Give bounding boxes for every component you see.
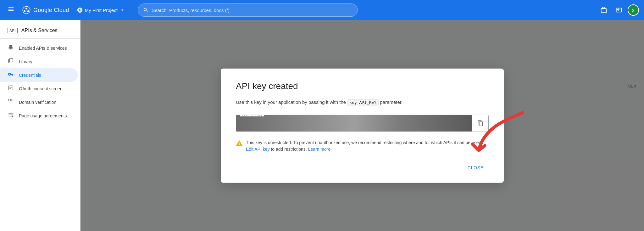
modal-footer: CLOSE	[236, 162, 489, 172]
edit-api-key-link[interactable]: Edit API key	[246, 146, 269, 151]
svg-point-1	[25, 8, 27, 9]
search-input[interactable]	[152, 8, 353, 13]
api-key-section: Your API key	[236, 115, 489, 132]
svg-point-6	[12, 116, 14, 117]
sidebar-item-enabled-apis-label: Enabled APIs & services	[19, 46, 67, 51]
sidebar-item-credentials-label: Credentials	[19, 73, 41, 78]
google-cloud-logo: Google Cloud	[22, 6, 69, 14]
enabled-apis-icon	[8, 44, 14, 52]
gift-icon-btn[interactable]	[597, 4, 610, 16]
warning-suffix: to add restrictions.	[271, 146, 307, 151]
modal-title: API key created	[236, 81, 489, 91]
warning-icon	[236, 139, 243, 149]
code-param: key=API_KEY	[347, 99, 379, 106]
warning-text: This key is unrestricted. To prevent una…	[246, 139, 489, 152]
page-usage-icon	[8, 112, 14, 119]
oauth-icon	[8, 85, 14, 92]
credentials-icon	[8, 71, 14, 79]
close-modal-button[interactable]: CLOSE	[463, 162, 489, 172]
copy-api-key-button[interactable]	[472, 115, 488, 131]
sidebar-item-page-usage-label: Page usage agreements	[19, 113, 67, 118]
api-key-modal: API key created Use this key in your app…	[221, 69, 504, 183]
domain-icon	[8, 99, 14, 106]
sidebar-item-domain[interactable]: Domain verification	[0, 95, 78, 109]
sidebar-item-oauth-label: OAuth consent screen	[19, 86, 63, 91]
sidebar-header-text: APIs & Services	[21, 28, 58, 33]
sidebar-item-enabled-apis[interactable]: Enabled APIs & services	[0, 41, 78, 55]
content-area: API key created Use this key in your app…	[80, 20, 644, 231]
modal-desc-prefix: Use this key in your application by pass…	[236, 99, 346, 105]
api-key-field-wrapper: Your API key	[236, 115, 489, 132]
sidebar-item-oauth[interactable]: OAuth consent screen	[0, 82, 78, 95]
sidebar-header: API APIs & Services	[0, 23, 80, 39]
svg-point-3	[27, 10, 29, 12]
modal-desc-suffix: parameter.	[380, 99, 402, 105]
svg-point-0	[23, 6, 30, 14]
api-badge: API	[8, 28, 18, 33]
user-avatar[interactable]: 2	[628, 4, 639, 16]
search-bar[interactable]	[138, 3, 358, 17]
sidebar: API APIs & Services Enabled APIs & servi…	[0, 20, 80, 231]
svg-point-2	[24, 10, 25, 12]
sidebar-item-library[interactable]: Library	[0, 55, 78, 68]
warning-section: This key is unrestricted. To prevent una…	[236, 139, 489, 152]
sidebar-item-page-usage[interactable]: Page usage agreements	[0, 109, 78, 122]
project-selector[interactable]: My First Project	[74, 6, 128, 14]
library-icon	[8, 58, 14, 65]
modal-description: Use this key in your application by pass…	[236, 99, 489, 106]
api-key-field-label: Your API key	[240, 115, 264, 116]
svg-rect-5	[8, 99, 10, 101]
api-key-display	[236, 115, 472, 131]
sidebar-item-credentials[interactable]: Credentials	[0, 68, 78, 82]
logo-text: Google Cloud	[33, 7, 69, 14]
project-name: My First Project	[85, 8, 118, 13]
topbar: Google Cloud My First Project 2	[0, 0, 644, 20]
menu-icon[interactable]	[5, 3, 17, 17]
cloud-shell-icon-btn[interactable]	[613, 4, 625, 16]
topbar-actions: 2	[597, 4, 639, 16]
main-layout: API APIs & Services Enabled APIs & servi…	[0, 20, 644, 231]
sidebar-item-library-label: Library	[19, 59, 32, 64]
sidebar-item-domain-label: Domain verification	[19, 100, 56, 105]
learn-more-link[interactable]: Learn more	[308, 146, 331, 151]
